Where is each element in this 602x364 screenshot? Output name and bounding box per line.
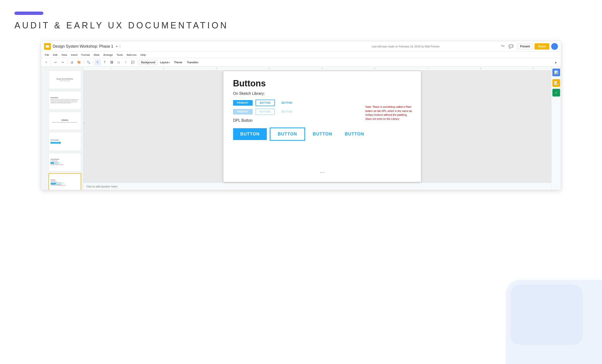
slide-wrapper-4: 4 Accessibility Go to Result View [41, 132, 83, 151]
layout-button[interactable]: Layout [158, 60, 172, 64]
dpl-plain-btn[interactable]: BUTTON [340, 128, 369, 140]
sketch-label: On Sketch Library: [233, 91, 411, 96]
right-tool-btn-1[interactable]: 📊 [552, 69, 560, 76]
menu-insert[interactable]: Insert [69, 53, 79, 57]
share-button[interactable]: Share [535, 43, 549, 50]
slide-content: Buttons On Sketch Library: PRIMARY BUTTO… [224, 71, 421, 150]
menu-view[interactable]: View [60, 53, 69, 57]
dpl-secondary-btn[interactable]: BUTTON [270, 127, 305, 141]
menu-bar: File Edit View Insert Format Slide Arran… [41, 52, 561, 58]
menu-format[interactable]: Format [80, 53, 92, 57]
toolbar-select-btn[interactable]: ↖ [95, 59, 101, 65]
slide-thumb-5[interactable]: Action Buttons On the Sketch Library: PR… [48, 153, 81, 171]
sketch-secondary-btn-2[interactable]: BUTTON [256, 108, 275, 115]
layout-chevron-icon [169, 61, 170, 64]
menu-addons[interactable]: Add-ons [125, 53, 138, 57]
slide-wrapper-2: 2 Instructions Similar notes from Resour… [41, 91, 83, 109]
page-title: AUDIT & EARLY UX DOCUMENTATION [14, 21, 228, 31]
slide-thumb-content-1: Design System Workshop Phase 1: Define &… [49, 71, 81, 89]
sketch-primary-btn-2[interactable]: PRIMARY [233, 109, 253, 114]
toolbar-shape-btn[interactable]: ◻ [116, 59, 122, 65]
slides-bottom-bar: ☰ ⊞ [41, 190, 561, 190]
note-text: Note: There is something called a Plain … [366, 105, 414, 121]
ruler-mark-4: 4 [243, 68, 295, 69]
toolbar-paintformat-btn[interactable]: 🎨 [76, 59, 82, 65]
theme-button[interactable]: Theme [172, 60, 184, 64]
toolbar-line-btn[interactable]: / [123, 59, 129, 65]
right-tool-btn-3[interactable]: ✓ [552, 89, 560, 96]
background-button[interactable]: Background [139, 60, 158, 65]
toolbar-undo-btn[interactable]: ↩ [53, 59, 59, 65]
present-button[interactable]: Present [517, 43, 532, 49]
slide-thumb-1[interactable]: Design System Workshop Phase 1: Define &… [48, 71, 81, 89]
ruler-mark-2: 2 [137, 68, 190, 69]
slide-thumb-2[interactable]: Instructions Similar notes from Resource… [48, 91, 81, 109]
dpl-button-row: BUTTON BUTTON BUTTON BUTTON [233, 127, 411, 141]
toolbar-image-btn[interactable]: 🖼 [109, 59, 115, 65]
toolbar-zoom-btn[interactable]: 🔍 [85, 59, 92, 65]
right-sidebar: 📊 📝 ✓ [551, 67, 561, 190]
ruler-mark-1: 1 [84, 68, 137, 69]
title-bar: Design System Workshop: Phase 1 ▾ ⋮ Last… [41, 41, 561, 52]
slide-thumb-content-6: Buttons On Sketch Library: PRIMARY BUTTO… [49, 174, 81, 190]
slide-resize-indicator [320, 172, 324, 174]
slide-thumb-3[interactable]: Atoms Abstract atoms that are building b… [48, 112, 81, 130]
toolbar-sep-2 [67, 60, 67, 65]
note-text-italic: Does not exist on the Library. [366, 117, 400, 120]
ruler-mark-7: 7 [401, 68, 454, 69]
toolbar-add-btn[interactable]: + [43, 59, 49, 65]
google-slides-icon [44, 43, 51, 50]
slide-thumb-content-2: Instructions Similar notes from Resource… [49, 91, 81, 109]
toolbar-print-btn[interactable]: 🖨 [69, 59, 75, 65]
speaker-notes-placeholder: Click to add speaker notes [86, 185, 118, 188]
toolbar: + ↩ ↪ 🖨 🎨 🔍 ↖ T 🖼 ◻ / 💬 Background Layou… [41, 58, 561, 67]
menu-slide[interactable]: Slide [92, 53, 101, 57]
title-dots: ▾ ⋮ [116, 45, 121, 48]
slide-wrapper-5: 5 Action Buttons On the Sketch Library: … [41, 153, 83, 171]
slide-wrapper-3: 3 Atoms Abstract atoms that are building… [41, 112, 83, 130]
sketch-tertiary-btn-1[interactable]: BUTTON [278, 100, 296, 106]
slide-thumb-6[interactable]: Buttons On Sketch Library: PRIMARY BUTTO… [48, 173, 81, 190]
toolbar-sep-4 [93, 60, 93, 65]
sketch-tertiary-btn-2[interactable]: BUTTON [278, 109, 296, 114]
slide-wrapper-1: 1 Design System Workshop Phase 1: Define… [41, 71, 83, 89]
menu-edit[interactable]: Edit [51, 53, 59, 57]
menu-help[interactable]: Help [139, 53, 148, 57]
menu-tools[interactable]: Tools [115, 53, 125, 57]
slide-thumb-content-3: Atoms Abstract atoms that are building b… [49, 112, 81, 130]
toolbar-text-btn[interactable]: T [102, 59, 108, 65]
menu-arrange[interactable]: Arrange [102, 53, 114, 57]
ruler-mark-6: 6 [348, 68, 401, 69]
transition-button[interactable]: Transition [185, 60, 200, 64]
slide-canvas: Buttons On Sketch Library: PRIMARY BUTTO… [224, 71, 421, 182]
slides-app: Design System Workshop: Phase 1 ▾ ⋮ Last… [41, 41, 561, 190]
right-tool-btn-2[interactable]: 📝 [552, 79, 560, 87]
canvas-area: ▲ Buttons On Sketch Library: PRIMARY BUT… [83, 71, 561, 183]
ruler-mark-8: 8 [454, 68, 507, 69]
sketch-primary-btn-1[interactable]: PRIMARY [233, 100, 253, 106]
toolbar-sep-3 [84, 60, 84, 65]
accent-bar [14, 11, 43, 15]
menu-file[interactable]: File [43, 53, 51, 57]
slide-thumb-4[interactable]: Accessibility Go to Result View [48, 132, 81, 151]
ruler-mark-5: 5 [296, 68, 348, 69]
toolbar-sep-1 [51, 60, 51, 65]
toolbar-collapse-btn[interactable]: ▲ [553, 59, 559, 65]
bg-decoration-2 [510, 285, 583, 345]
toolbar-comment-btn[interactable]: 💬 [129, 59, 136, 65]
comment-icon: 💬 [509, 44, 513, 49]
vertical-ruler: ▲ [83, 71, 85, 175]
toolbar-sep-5 [137, 60, 138, 65]
user-avatar [551, 43, 558, 50]
ruler-mark-3: 3 [190, 68, 243, 69]
toolbar-redo-btn[interactable]: ↪ [59, 59, 66, 65]
main-area: 1 Design System Workshop Phase 1: Define… [41, 67, 561, 190]
last-edit-text: Last edit was made on February 19, 2018 … [312, 45, 499, 48]
sketch-secondary-btn-1[interactable]: BUTTON [256, 100, 275, 106]
ruler-horizontal: 1 2 3 4 5 6 7 8 9 [83, 67, 561, 71]
dpl-tertiary-btn[interactable]: BUTTON [308, 128, 337, 140]
slide-panel: 1 Design System Workshop Phase 1: Define… [41, 67, 83, 190]
slide-thumb-content-5: Action Buttons On the Sketch Library: PR… [49, 153, 81, 171]
dpl-primary-btn[interactable]: BUTTON [233, 128, 267, 140]
speaker-notes[interactable]: Click to add speaker notes ⊞ › [83, 183, 561, 190]
